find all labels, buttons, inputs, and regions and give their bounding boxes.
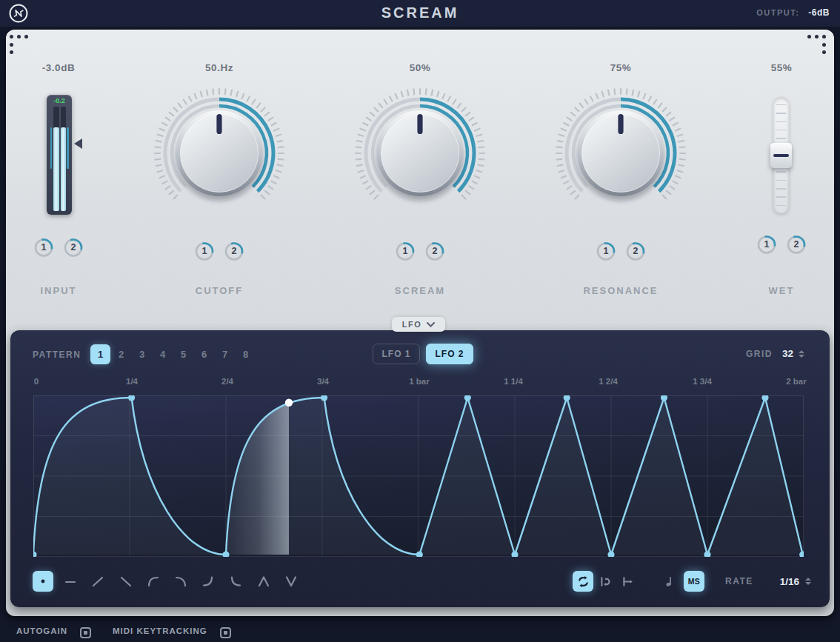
resonance-knob[interactable] — [554, 87, 687, 220]
wet-label: WET — [769, 285, 795, 296]
wet-value[interactable]: 55% — [771, 62, 793, 73]
scream-value[interactable]: 50% — [410, 62, 431, 73]
shape-ramp-up-button[interactable] — [87, 571, 108, 592]
grid-value[interactable]: 32 — [782, 348, 793, 359]
mod-buttons-input: 1 2 — [34, 238, 84, 258]
autogain-toggle[interactable] — [80, 627, 91, 638]
ms-mode-button[interactable]: MS — [684, 571, 704, 592]
input-label: INPUT — [41, 285, 77, 296]
cutoff-label: CUTOFF — [196, 285, 243, 296]
output-value[interactable]: -6dB — [808, 7, 830, 18]
grid-stepper[interactable] — [799, 350, 804, 358]
timeline-ruler: 0 1/4 2/4 3/4 1 bar 1 1/4 1 2/4 1 3/4 2 … — [33, 377, 804, 389]
rate-stepper[interactable] — [805, 578, 811, 585]
shape-curve-attack-button[interactable] — [143, 571, 164, 592]
rate-label: RATE — [725, 576, 753, 586]
pattern-4-button[interactable]: 4 — [153, 344, 173, 364]
loop-mode-button[interactable] — [573, 571, 593, 592]
resonance-label: RESONANCE — [583, 285, 658, 296]
one-shot-mode-button[interactable] — [617, 571, 638, 592]
pattern-selector: 1 2 3 4 5 6 7 8 — [90, 344, 256, 364]
shape-ramp-down-button[interactable] — [116, 571, 136, 592]
plugin-title: SCREAM — [0, 4, 840, 21]
mod-slot-1-button[interactable]: 1 — [195, 241, 215, 261]
lfo-1-tab[interactable]: LFO 1 — [373, 344, 420, 364]
midi-keytracking-label: MIDI KEYTRACKING — [113, 626, 207, 635]
mod-buttons-wet: 1 2 — [757, 235, 807, 255]
mod-slot-2-button[interactable]: 2 — [425, 241, 445, 261]
pattern-label: PATTERN — [33, 350, 81, 360]
grid-label: GRID — [746, 349, 773, 359]
title-bar: SCREAM OUTPUT: -6dB — [0, 0, 840, 27]
shape-toolbar — [33, 571, 301, 592]
pattern-8-button[interactable]: 8 — [236, 344, 256, 364]
lfo-selector: LFO 1 LFO 2 — [373, 344, 473, 364]
shape-flat-button[interactable] — [60, 571, 81, 592]
shape-triangle-up-button[interactable] — [253, 571, 274, 592]
autogain-label: AUTOGAIN — [16, 626, 67, 635]
knob-pointer — [417, 114, 422, 134]
scream-plugin-window: SCREAM OUTPUT: -6dB -3.0dB 50.Hz 50% 75%… — [0, 0, 840, 642]
wet-slider-handle[interactable] — [770, 143, 792, 168]
lfo-transport-toolbar: MS RATE 1/16 — [573, 571, 811, 592]
mod-buttons-cutoff: 1 2 — [195, 241, 244, 261]
mod-slot-1-button[interactable]: 1 — [596, 241, 616, 261]
input-gain-arrow-handle[interactable] — [74, 138, 82, 149]
pattern-5-button[interactable]: 5 — [173, 344, 193, 364]
retrigger-mode-button[interactable] — [595, 571, 616, 592]
scream-knob[interactable] — [353, 87, 487, 220]
mod-slot-2-button[interactable]: 2 — [224, 241, 244, 261]
cutoff-knob[interactable] — [153, 87, 286, 220]
knob-pointer — [618, 114, 623, 134]
mod-slot-1-button[interactable]: 1 — [757, 235, 777, 255]
mod-slot-1-button[interactable]: 1 — [34, 238, 54, 258]
meter-peak-readout: -0.2 — [47, 97, 72, 104]
grid-control: GRID 32 — [746, 348, 804, 359]
pattern-2-button[interactable]: 2 — [111, 344, 131, 364]
shape-point-button[interactable] — [33, 571, 53, 592]
input-value[interactable]: -3.0dB — [42, 62, 75, 73]
mod-buttons-resonance: 1 2 — [596, 241, 646, 261]
mod-slot-2-button[interactable]: 2 — [626, 241, 646, 261]
pattern-3-button[interactable]: 3 — [132, 344, 152, 364]
chevron-down-icon — [427, 322, 435, 327]
pattern-1-button[interactable]: 1 — [90, 344, 110, 364]
shape-curve-decay-button[interactable] — [198, 571, 219, 592]
scream-label: SCREAM — [395, 285, 445, 296]
midi-keytracking-toggle[interactable] — [220, 627, 231, 638]
mod-buttons-scream: 1 2 — [396, 241, 445, 261]
mod-slot-2-button[interactable]: 2 — [787, 235, 807, 255]
knob-pointer — [216, 114, 221, 134]
shape-curve-hold-fall-button[interactable] — [170, 571, 191, 592]
pattern-6-button[interactable]: 6 — [194, 344, 214, 364]
pattern-7-button[interactable]: 7 — [215, 344, 235, 364]
mod-slot-2-button[interactable]: 2 — [64, 238, 84, 258]
shape-curve-rise-late-button[interactable] — [225, 571, 246, 592]
lfo-panel-tab[interactable]: LFO — [392, 317, 445, 332]
lfo-curve-editor[interactable] — [33, 395, 804, 557]
input-level-meter[interactable]: -0.2 — [47, 95, 72, 215]
lfo-2-tab[interactable]: LFO 2 — [426, 344, 473, 364]
playhead-point — [285, 399, 293, 407]
rate-value[interactable]: 1/16 — [780, 576, 799, 587]
resonance-value[interactable]: 75% — [610, 62, 632, 73]
shape-triangle-down-button[interactable] — [281, 571, 301, 592]
note-sync-icon[interactable] — [660, 571, 681, 592]
output-label: OUTPUT: — [756, 8, 799, 17]
mod-slot-1-button[interactable]: 1 — [396, 241, 416, 261]
cutoff-value[interactable]: 50.Hz — [205, 62, 233, 73]
